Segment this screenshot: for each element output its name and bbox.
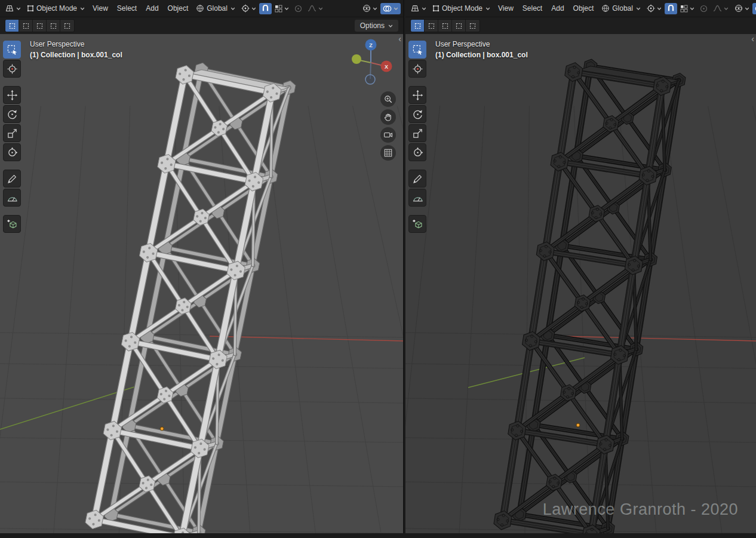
collapse-arrow[interactable]: ‹ <box>398 35 401 43</box>
menu-add[interactable]: Add <box>142 2 162 14</box>
toolbar <box>408 41 426 233</box>
cursor-tool-button[interactable] <box>3 60 21 78</box>
object-origin-dot[interactable] <box>576 423 580 427</box>
gizmo-x-label: X <box>385 64 388 70</box>
zoom-button[interactable] <box>380 91 396 107</box>
magnet-icon <box>667 5 675 13</box>
truss-tower-model[interactable] <box>84 58 296 533</box>
select-mode-extend[interactable] <box>19 20 33 32</box>
falloff-curve-icon <box>308 5 316 12</box>
snap-toggle[interactable] <box>259 3 272 14</box>
cursor-tool-button[interactable] <box>408 60 426 78</box>
select-box-tool-button[interactable] <box>3 41 21 59</box>
pivot-point-icon <box>241 4 250 13</box>
select-mode-invert[interactable] <box>47 20 60 32</box>
viewport-3d-solid[interactable]: User Perspective (1) Collection | box.00… <box>0 34 403 533</box>
menu-object[interactable]: Object <box>569 2 598 14</box>
perspective-label: User Perspective <box>435 39 528 50</box>
toolbar <box>3 41 21 233</box>
snap-settings[interactable] <box>272 3 291 14</box>
show-overlays-toggle[interactable] <box>752 3 756 14</box>
select-mode-subtract[interactable] <box>33 20 47 32</box>
chevron-down-icon <box>422 7 426 11</box>
truss-tower-model[interactable] <box>493 56 686 533</box>
select-mode-invert[interactable] <box>452 20 466 32</box>
proportional-falloff-selector[interactable] <box>711 3 731 14</box>
falloff-curve-icon <box>713 5 722 12</box>
gizmo-y-ball[interactable] <box>352 54 361 64</box>
add-cube-tool-button[interactable] <box>408 215 426 233</box>
chevron-down-icon <box>388 24 393 28</box>
pan-button[interactable] <box>380 109 396 125</box>
select-mode-set[interactable] <box>5 20 19 32</box>
move-tool-button[interactable] <box>408 86 426 104</box>
chevron-down-icon <box>16 7 21 11</box>
menu-view[interactable]: View <box>494 2 518 14</box>
move-tool-button[interactable] <box>3 86 21 104</box>
transform-tool-button[interactable] <box>3 143 21 161</box>
viewport-header: Object Mode View Select Add Object Globa… <box>0 0 403 17</box>
tool-settings-bar <box>405 17 756 34</box>
mode-selector[interactable]: Object Mode <box>24 2 88 14</box>
proportional-editing-toggle[interactable] <box>697 3 710 14</box>
tool-settings-bar: Options <box>0 17 403 34</box>
select-mode-extend[interactable] <box>425 20 438 32</box>
object-mode-icon <box>27 5 34 12</box>
scale-tool-button[interactable] <box>408 124 426 142</box>
editor-type-button[interactable] <box>2 2 23 14</box>
collapse-arrow[interactable]: ‹ <box>751 35 754 43</box>
chevron-down-icon <box>251 7 256 11</box>
transform-tool-button[interactable] <box>408 143 426 161</box>
viewport-pane-wireframe: Object Mode View Select Add Object Globa… <box>405 0 756 533</box>
select-mode-intersect[interactable] <box>466 20 480 32</box>
menu-view[interactable]: View <box>88 2 112 14</box>
object-origin-dot[interactable] <box>160 427 164 431</box>
rotate-tool-button[interactable] <box>3 105 21 123</box>
viewport-info: User Perspective (1) Collection | box.00… <box>435 39 528 60</box>
transform-orientation-selector[interactable]: Global <box>598 2 644 14</box>
transform-orientation-selector[interactable]: Global <box>193 2 238 14</box>
orientation-globe-icon <box>601 4 610 13</box>
snap-toggle[interactable] <box>665 3 677 14</box>
pivot-point-selector[interactable] <box>239 2 259 14</box>
show-overlays-toggle[interactable] <box>380 3 401 14</box>
magnet-icon <box>262 5 269 13</box>
show-gizmos-toggle[interactable] <box>360 2 380 14</box>
annotate-tool-button[interactable] <box>3 170 21 187</box>
select-mode-intersect[interactable] <box>60 20 74 32</box>
options-button[interactable]: Options <box>355 20 398 32</box>
pivot-point-selector[interactable] <box>644 2 664 14</box>
chevron-down-icon <box>284 7 289 11</box>
select-mode-subtract[interactable] <box>438 20 452 32</box>
measure-tool-button[interactable] <box>3 189 21 207</box>
viewport-3d-wireframe[interactable]: User Perspective (1) Collection | box.00… <box>405 34 756 533</box>
toggle-projection-button[interactable] <box>380 145 396 161</box>
scale-tool-button[interactable] <box>3 124 21 142</box>
gizmo-axis-lines <box>357 46 386 79</box>
editor-type-button[interactable] <box>408 2 429 14</box>
add-cube-tool-button[interactable] <box>3 215 21 233</box>
menu-select[interactable]: Select <box>113 2 141 14</box>
mode-selector[interactable]: Object Mode <box>429 2 493 14</box>
chevron-down-icon <box>657 7 662 11</box>
measure-tool-button[interactable] <box>408 189 426 207</box>
proportional-falloff-selector[interactable] <box>305 3 325 14</box>
camera-button[interactable] <box>380 127 396 143</box>
navigation-gizmo[interactable]: Z X <box>348 38 394 88</box>
chevron-down-icon <box>745 7 749 11</box>
show-gizmos-toggle[interactable] <box>732 2 752 14</box>
status-bar <box>0 533 756 538</box>
menu-object[interactable]: Object <box>164 2 193 14</box>
menu-add[interactable]: Add <box>547 2 568 14</box>
select-box-tool-button[interactable] <box>408 41 426 59</box>
menu-select[interactable]: Select <box>518 2 546 14</box>
gizmo-z-negative-ball[interactable] <box>365 75 375 84</box>
annotate-tool-button[interactable] <box>408 170 426 187</box>
editor-3d-icon <box>5 4 14 13</box>
rotate-tool-button[interactable] <box>408 105 426 123</box>
overlays-toggle-icon <box>383 5 392 13</box>
gizmo-toggle-icon <box>362 4 371 13</box>
proportional-editing-toggle[interactable] <box>292 3 305 14</box>
select-mode-set[interactable] <box>411 20 425 32</box>
snap-settings[interactable] <box>678 3 697 14</box>
